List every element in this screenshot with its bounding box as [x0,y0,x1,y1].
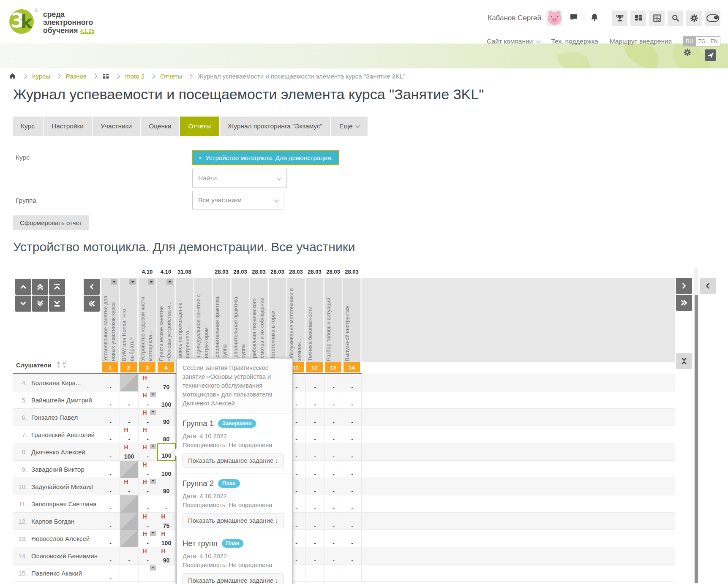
grade-cell[interactable]: - [101,443,120,461]
logo-3kl[interactable]: 3k ® [9,8,39,35]
column-filter-icon[interactable] [129,279,136,285]
scroll-page-up-button[interactable] [32,279,48,295]
grade-cell[interactable]: - [306,547,324,565]
selected-course-chip[interactable]: × Устройство мотоцикла. Для демонстрации… [192,150,339,165]
column-header[interactable]: Практическое занятие «Основы устройства … [157,278,176,362]
grade-cell[interactable] [120,565,139,582]
column-filter-icon[interactable] [148,279,154,285]
grade-cell[interactable]: - [343,391,362,409]
cell-dropdown-icon[interactable] [150,444,156,449]
grade-cell[interactable]: - [101,565,120,582]
language-en[interactable]: EN [708,36,720,46]
grade-cell[interactable]: Н100 [157,530,176,547]
grade-cell[interactable]: - [343,374,362,391]
grade-cell[interactable]: - [306,513,324,530]
column-header[interactable]: Выпускной инструктаж [343,278,362,362]
column-header[interactable]: Устройство ходовой части мотоцикла... [139,278,157,362]
grade-cell[interactable]: - [120,547,139,565]
grade-cell[interactable]: 80 [157,426,176,443]
column-header[interactable]: Техника безопасности [306,278,324,362]
tab-участники[interactable]: Участники [93,117,140,136]
grade-cell[interactable]: - [343,461,362,478]
toggle-button[interactable] [705,11,720,26]
grade-cell[interactable]: - [343,530,362,547]
grade-cell[interactable]: Н- [139,391,157,409]
breadcrumb-link[interactable]: moto 2 [125,73,145,80]
column-header[interactable]: Мототехника в горах [269,278,287,362]
listeners-column-header[interactable]: Слушатели [16,361,52,369]
grade-cell[interactable]: - [120,391,139,409]
grade-cell[interactable]: - [101,495,120,513]
cell-dropdown-icon[interactable] [150,479,156,484]
grade-cell[interactable]: Н90 [157,547,176,565]
grade-cell[interactable]: - [306,391,324,409]
tab-настройки[interactable]: Настройки [44,117,92,136]
sort-by-name-controls[interactable]: ФИ [57,361,66,369]
layout-button[interactable] [649,11,665,26]
chip-remove-icon[interactable]: × [199,155,202,161]
column-header[interactable]: Индивидуальное занятие с инструктором [194,278,213,362]
grade-cell[interactable] [306,565,324,582]
grade-cell[interactable]: 70 [157,374,176,391]
scroll-bottom-button[interactable] [49,296,65,312]
tab-оценки[interactable]: Оценки [141,117,179,136]
grade-cell[interactable] [324,565,343,582]
scroll-page-right-button[interactable] [676,295,692,311]
grade-cell[interactable]: - [157,495,176,513]
grade-cell[interactable]: - [324,443,343,461]
grade-cell[interactable]: - [324,513,343,530]
grade-cell[interactable]: Н- [139,530,157,547]
grade-cell[interactable]: - [324,374,343,391]
breadcrumb-link[interactable]: Курсы [32,73,50,80]
grade-cell[interactable]: - [101,530,120,547]
column-header[interactable]: Запись на прохождение внутреннего... [176,278,194,362]
grade-cell[interactable]: - [306,530,324,547]
column-header[interactable]: Обслуживание мототехники в зимнее... [287,278,306,362]
cell-dropdown-icon[interactable] [150,392,156,397]
banner-share-icon[interactable] [705,49,716,61]
grade-cell[interactable]: - [324,495,343,513]
show-homework-button[interactable]: Показать домашнее задание ↓ [183,573,284,584]
cell-dropdown-icon[interactable] [150,565,156,570]
show-homework-button[interactable]: Показать домашнее задание ↓ [183,513,284,527]
generate-report-button[interactable]: Сформировать отчет [13,215,89,230]
grade-cell[interactable]: - [306,426,324,443]
grade-cell[interactable]: Н- [139,513,157,530]
dashboard-button[interactable] [630,11,646,26]
search-button[interactable] [668,11,683,26]
grade-cell[interactable]: - [306,443,324,461]
messages-icon[interactable] [569,13,578,24]
version-link[interactable]: 4.1.2b [80,28,94,34]
grade-cell[interactable]: - [343,513,362,530]
grade-cell[interactable] [120,530,139,547]
breadcrumb-link[interactable]: Отчеты [160,73,182,80]
grade-cell[interactable]: - [101,409,120,426]
grade-cell[interactable] [139,565,157,582]
grade-cell[interactable]: 100 [157,461,176,478]
grade-cell[interactable]: - [101,461,120,478]
column-header[interactable]: Дополнительная практика. Группа [232,278,250,362]
grade-cell[interactable]: - [101,478,120,495]
grade-cell[interactable]: - [343,547,362,565]
grade-cell[interactable]: - [343,495,362,513]
grade-cell[interactable]: - [306,461,324,478]
grade-cell[interactable]: - [343,478,362,495]
language-ru[interactable]: RU [683,36,696,46]
grade-cell[interactable]: - [306,374,324,391]
grade-cell[interactable]: Н- [120,426,139,443]
gear-button[interactable] [686,11,702,26]
grade-cell[interactable]: Н100 [120,443,139,461]
scroll-right-button[interactable] [676,278,692,294]
grade-cell[interactable]: Н- [139,426,157,443]
scroll-down-button[interactable] [15,296,31,312]
avatar[interactable] [546,10,562,26]
grade-cell[interactable]: Н- [139,409,157,426]
course-format-icon[interactable] [102,73,109,80]
grade-cell[interactable]: Н- [139,374,157,391]
collapse-rows-button[interactable] [676,353,692,369]
scroll-page-left-button[interactable] [84,296,100,312]
grade-cell[interactable]: - [324,426,343,443]
scroll-page-down-button[interactable] [32,296,48,312]
grade-cell[interactable]: - [306,409,324,426]
grade-cell[interactable]: 100 [157,391,176,409]
